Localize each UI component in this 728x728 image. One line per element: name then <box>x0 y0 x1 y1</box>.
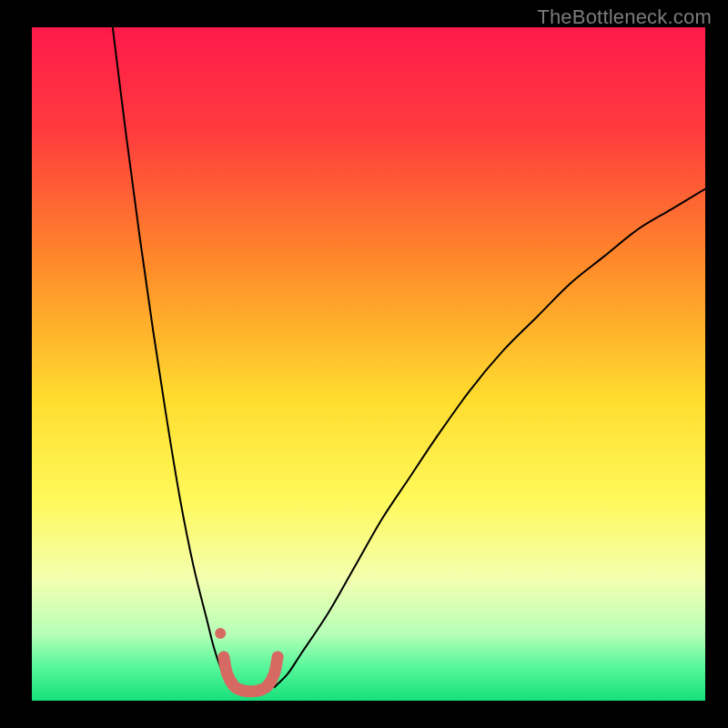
watermark-text: TheBottleneck.com <box>537 5 712 29</box>
series-red-dot <box>215 628 226 639</box>
plot-area <box>32 27 705 701</box>
chart-svg <box>32 27 705 701</box>
chart-stage: TheBottleneck.com <box>0 0 728 728</box>
gradient-bg <box>32 27 705 701</box>
